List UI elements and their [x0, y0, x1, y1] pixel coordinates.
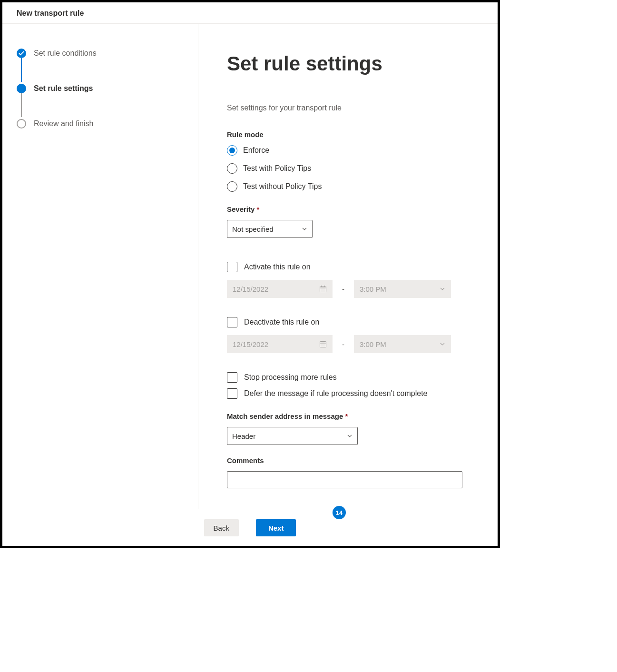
- dialog-body: Set rule conditions Set rule settings Re…: [2, 24, 498, 509]
- step-label: Set rule conditions: [34, 49, 97, 58]
- match-sender-label: Match sender address in message *: [227, 412, 469, 420]
- checkbox-box: [227, 372, 237, 383]
- radio-label: Test with Policy Tips: [243, 164, 311, 173]
- wizard-step-conditions[interactable]: Set rule conditions: [17, 48, 198, 59]
- wizard-steps: Set rule conditions Set rule settings Re…: [2, 24, 198, 509]
- chevron-down-icon: [440, 286, 445, 292]
- next-button[interactable]: Next: [256, 519, 296, 536]
- time-value: 3:00 PM: [360, 285, 386, 293]
- date-separator: -: [342, 340, 344, 348]
- svg-rect-0: [320, 287, 326, 292]
- checkbox-box: [227, 388, 237, 399]
- chevron-down-icon: [302, 226, 307, 232]
- deactivate-time-input[interactable]: 3:00 PM: [354, 335, 451, 353]
- dialog-footer: Back Next: [2, 510, 498, 546]
- required-asterisk: *: [345, 412, 348, 420]
- calendar-icon: [319, 340, 327, 348]
- activate-time-input[interactable]: 3:00 PM: [354, 280, 451, 298]
- comments-textarea[interactable]: [227, 471, 462, 488]
- severity-label-text: Severity: [227, 205, 255, 213]
- match-sender-select[interactable]: Header: [227, 427, 358, 445]
- checkbox-label: Defer the message if rule processing doe…: [244, 389, 427, 398]
- radio-test-without-tips[interactable]: Test without Policy Tips: [227, 181, 469, 192]
- required-asterisk: *: [257, 205, 260, 213]
- radio-label: Enforce: [243, 146, 269, 155]
- back-button[interactable]: Back: [204, 519, 239, 536]
- activate-date-input[interactable]: 12/15/2022: [227, 280, 333, 298]
- radio-indicator-checked: [227, 145, 237, 156]
- step-label: Set rule settings: [34, 84, 93, 93]
- chevron-down-icon: [347, 433, 353, 439]
- comments-label: Comments: [227, 456, 469, 464]
- date-value: 12/15/2022: [233, 340, 268, 348]
- step-indicator-pending: [17, 119, 26, 128]
- wizard-step-settings[interactable]: Set rule settings: [17, 83, 198, 94]
- match-sender-label-text: Match sender address in message: [227, 412, 343, 420]
- step-number-badge: 14: [333, 506, 346, 519]
- radio-indicator: [227, 181, 237, 192]
- extra-options: Stop processing more rules Defer the mes…: [227, 372, 469, 399]
- activate-checkbox[interactable]: Activate this rule on: [227, 262, 469, 272]
- activate-date-row: 12/15/2022 - 3:00 PM: [227, 280, 469, 298]
- deactivate-checkbox[interactable]: Deactivate this rule on: [227, 317, 469, 327]
- defer-message-checkbox[interactable]: Defer the message if rule processing doe…: [227, 388, 469, 399]
- stop-processing-checkbox[interactable]: Stop processing more rules: [227, 372, 469, 383]
- deactivate-date-input[interactable]: 12/15/2022: [227, 335, 333, 353]
- chevron-down-icon: [440, 341, 445, 347]
- rule-mode-label: Rule mode: [227, 130, 469, 138]
- wizard-step-review[interactable]: Review and finish: [17, 118, 198, 129]
- page-description: Set settings for your transport rule: [227, 104, 469, 112]
- checkbox-label: Deactivate this rule on: [244, 318, 319, 326]
- radio-indicator: [227, 163, 237, 174]
- checkbox-label: Stop processing more rules: [244, 373, 337, 382]
- deactivate-date-row: 12/15/2022 - 3:00 PM: [227, 335, 469, 353]
- svg-rect-4: [320, 342, 326, 347]
- step-label: Review and finish: [34, 119, 93, 128]
- dialog-title: New transport rule: [17, 9, 84, 17]
- checkbox-box: [227, 262, 237, 272]
- radio-test-with-tips[interactable]: Test with Policy Tips: [227, 163, 469, 174]
- select-value: Header: [232, 432, 255, 440]
- main-panel: Set rule settings Set settings for your …: [198, 24, 498, 509]
- select-value: Not specified: [232, 225, 274, 233]
- dialog-header: New transport rule: [2, 2, 498, 24]
- rule-mode-group: Enforce Test with Policy Tips Test witho…: [227, 145, 469, 192]
- severity-select[interactable]: Not specified: [227, 220, 313, 238]
- severity-label: Severity *: [227, 205, 469, 213]
- checkbox-label: Activate this rule on: [244, 263, 311, 271]
- checkmark-icon: [19, 51, 24, 56]
- date-value: 12/15/2022: [233, 285, 268, 293]
- time-value: 3:00 PM: [360, 340, 386, 348]
- step-connector: [21, 58, 22, 82]
- calendar-icon: [319, 285, 327, 293]
- date-separator: -: [342, 285, 344, 293]
- radio-enforce[interactable]: Enforce: [227, 145, 469, 156]
- radio-label: Test without Policy Tips: [243, 182, 322, 191]
- step-indicator-done: [17, 49, 26, 58]
- page-title: Set rule settings: [227, 52, 469, 75]
- checkbox-box: [227, 317, 237, 327]
- step-connector: [21, 93, 22, 117]
- step-indicator-current: [17, 84, 26, 93]
